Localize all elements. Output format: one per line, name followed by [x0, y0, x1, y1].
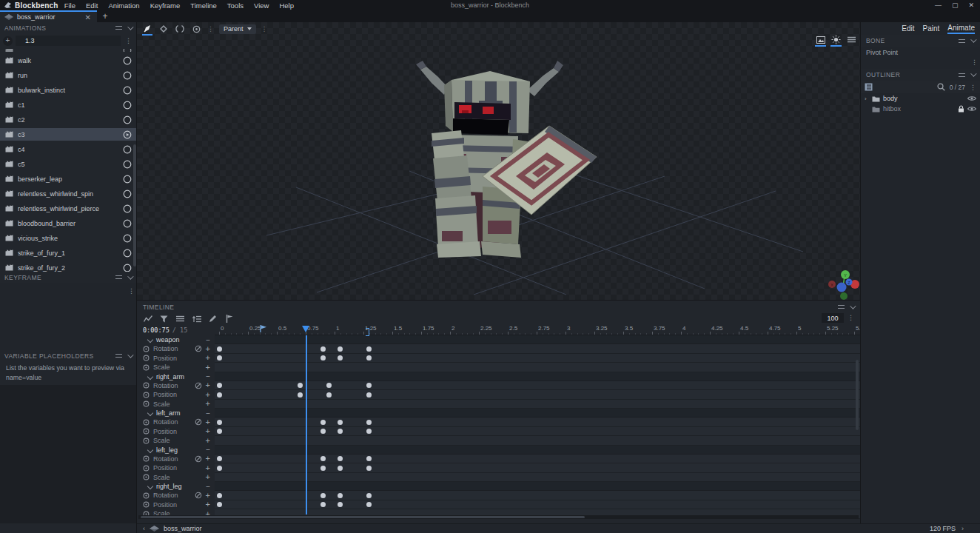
keyframe-dot[interactable]: [217, 383, 222, 388]
keyframe-dot[interactable]: [326, 383, 332, 388]
add-keyframe-icon[interactable]: +: [206, 418, 210, 426]
outliner-node-hitbox[interactable]: hitbox: [861, 104, 980, 114]
graph-editor-button[interactable]: [143, 314, 152, 324]
channel-right_arm-rotation[interactable]: Rotation+: [137, 381, 215, 391]
add-keyframe-icon[interactable]: +: [206, 473, 210, 481]
timeline-horizontal-scrollbar[interactable]: [138, 515, 859, 519]
mute-channel-icon[interactable]: [195, 455, 202, 463]
keyframe-dot[interactable]: [366, 493, 372, 498]
timeline-track-area[interactable]: 00.250.50.7511.251.51.7522.252.52.7533.2…: [215, 324, 860, 519]
keyframe-dot[interactable]: [320, 502, 326, 507]
keyframe-dot[interactable]: [217, 429, 222, 434]
collapse-group-icon[interactable]: [147, 410, 153, 416]
menu-item-help[interactable]: Help: [279, 1, 294, 10]
timeline-group-weapon[interactable]: weapon−: [137, 335, 215, 344]
marker-button[interactable]: [224, 314, 234, 324]
collapse-group-icon[interactable]: [147, 446, 153, 452]
menu-item-file[interactable]: File: [64, 1, 75, 10]
animation-state-icon[interactable]: [123, 219, 132, 228]
channel-track-weapon-rotation[interactable]: [215, 344, 860, 354]
variable-placeholders-textarea[interactable]: [0, 385, 136, 523]
add-keyframe-icon[interactable]: +: [206, 464, 210, 472]
add-keyframe-icon[interactable]: +: [206, 363, 210, 372]
animation-state-icon[interactable]: [123, 86, 132, 95]
sort-channels-button[interactable]: [192, 314, 201, 324]
keyframe-dot[interactable]: [338, 456, 343, 461]
channel-left_arm-position[interactable]: Position+: [137, 427, 215, 437]
keyframe-dot[interactable]: [320, 493, 326, 498]
add-keyframe-icon[interactable]: +: [206, 400, 210, 408]
channel-track-left_arm-scale[interactable]: [215, 436, 860, 446]
filter-channels-button[interactable]: [159, 314, 169, 324]
keyframe-dot[interactable]: [320, 429, 326, 434]
animation-item-bulwark_instinct[interactable]: bulwark_instinct: [0, 84, 136, 96]
keyframe-dot[interactable]: [217, 420, 222, 425]
timeline-zoom-input[interactable]: 100: [822, 313, 844, 323]
timeline-toolbar-menu-icon[interactable]: ⋮: [848, 314, 854, 321]
animation-item-c3[interactable]: c3: [0, 128, 136, 141]
panel-menu-icon[interactable]: [115, 275, 122, 279]
add-keyframe-icon[interactable]: +: [206, 354, 210, 362]
add-keyframe-icon[interactable]: +: [206, 391, 210, 399]
tab-edit[interactable]: Edit: [902, 24, 914, 33]
channel-track-right_arm-rotation[interactable]: [215, 381, 860, 391]
lighting-toggle-button[interactable]: [830, 34, 842, 45]
menu-item-view[interactable]: View: [254, 1, 269, 10]
animation-length-input[interactable]: 1.3: [16, 36, 121, 46]
panel-menu-icon[interactable]: [838, 305, 845, 309]
playhead[interactable]: [306, 335, 307, 514]
new-tab-button[interactable]: +: [97, 10, 113, 22]
timeline-group-right_leg[interactable]: right_leg−: [137, 482, 215, 491]
animations-scrollbar[interactable]: [133, 144, 136, 266]
channel-track-right_leg-rotation[interactable]: [215, 491, 860, 500]
gizmo-y-negative[interactable]: [840, 292, 848, 300]
timeline-group-track[interactable]: [215, 409, 860, 418]
keyframe-dot[interactable]: [217, 392, 222, 398]
keyframe-dot[interactable]: [320, 466, 326, 471]
timeline-group-track[interactable]: [215, 372, 860, 381]
keyframe-dot[interactable]: [366, 420, 372, 425]
move-tool-button[interactable]: [141, 23, 153, 35]
animation-item-relentless_whirlwind_pierce[interactable]: relentless_whirlwind_pierce: [0, 202, 136, 215]
timeline-group-track[interactable]: [215, 446, 860, 455]
animation-item-c2[interactable]: c2: [0, 113, 136, 126]
add-keyframe-icon[interactable]: +: [206, 381, 210, 389]
keyframe-dot[interactable]: [320, 355, 326, 361]
visibility-icon[interactable]: [967, 106, 976, 112]
add-keyframe-icon[interactable]: +: [206, 492, 210, 500]
channel-left_leg-position[interactable]: Position+: [137, 463, 215, 473]
timeline-group-left_arm[interactable]: left_arm−: [137, 409, 215, 418]
channel-track-left_leg-rotation[interactable]: [215, 455, 860, 464]
channel-right_arm-scale[interactable]: Scale+: [137, 400, 215, 409]
stack-channels-button[interactable]: [175, 314, 185, 324]
animation-item-strike_of_fury_1[interactable]: strike_of_fury_1: [0, 247, 136, 259]
animation-item-bloodbound_barrier[interactable]: bloodbound_barrier: [0, 217, 136, 229]
animation-state-icon[interactable]: [123, 145, 132, 154]
timeline-vertical-scrollbar[interactable]: [856, 360, 859, 430]
tab-paint[interactable]: Paint: [923, 24, 940, 33]
add-keyframe-icon[interactable]: +: [206, 427, 210, 435]
channel-left_leg-rotation[interactable]: Rotation+: [137, 455, 215, 464]
panel-menu-icon[interactable]: [959, 39, 965, 43]
channel-right_leg-rotation[interactable]: Rotation+: [137, 491, 215, 500]
animation-item-walk[interactable]: walk: [0, 54, 136, 67]
outliner-node-body[interactable]: ›body: [861, 93, 980, 104]
remove-group-icon[interactable]: −: [206, 336, 210, 344]
keyframe-dot[interactable]: [366, 429, 372, 434]
keyframe-dot[interactable]: [326, 392, 332, 398]
edit-mode-button[interactable]: [208, 314, 218, 324]
channel-left_leg-scale[interactable]: Scale+: [137, 473, 215, 483]
chevron-left-icon[interactable]: ‹: [143, 525, 145, 532]
animation-item-berserker_leap[interactable]: berserker_leap: [0, 172, 136, 185]
mute-channel-icon[interactable]: [195, 418, 202, 426]
channel-track-left_arm-position[interactable]: [215, 427, 860, 437]
resize-tool-button[interactable]: [158, 23, 170, 35]
menu-item-timeline[interactable]: Timeline: [190, 1, 217, 10]
channel-track-right_arm-scale[interactable]: [215, 400, 860, 409]
rotate-tool-button[interactable]: [174, 23, 186, 35]
remove-group-icon[interactable]: −: [206, 446, 210, 454]
panel-collapse-icon[interactable]: [127, 24, 133, 30]
lock-icon[interactable]: [958, 105, 964, 113]
keyframe-dot[interactable]: [217, 466, 222, 471]
tab-close-icon[interactable]: ✕: [84, 13, 93, 21]
